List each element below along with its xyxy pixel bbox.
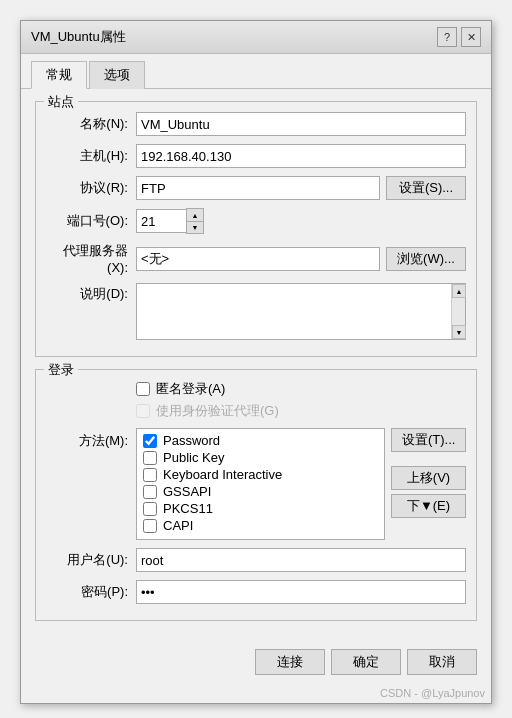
password-field-wrap <box>136 580 466 604</box>
method-publickey-label: Public Key <box>163 450 224 465</box>
host-label: 主机(H): <box>46 147 136 165</box>
agent-label: 使用身份验证代理(G) <box>156 402 279 420</box>
method-capi-checkbox[interactable] <box>143 519 157 533</box>
method-gssapi-row: GSSAPI <box>143 484 378 499</box>
login-section: 登录 匿名登录(A) 使用身份验证代理(G) 方法(M): Passwor <box>35 369 477 621</box>
browse-button[interactable]: 浏览(W)... <box>386 247 466 271</box>
port-spin-buttons: ▲ ▼ <box>186 208 204 234</box>
ok-button[interactable]: 确定 <box>331 649 401 675</box>
protocol-label: 协议(R): <box>46 179 136 197</box>
tab-bar: 常规 选项 <box>21 54 491 89</box>
desc-label: 说明(D): <box>46 283 136 303</box>
method-list: Password Public Key Keyboard Interactive <box>136 428 385 540</box>
host-field-wrap <box>136 144 466 168</box>
proxy-select[interactable]: <无> <box>136 247 380 271</box>
desc-scroll-track <box>452 298 465 325</box>
cancel-button[interactable]: 取消 <box>407 649 477 675</box>
desc-scroll-up[interactable]: ▲ <box>452 284 466 298</box>
footer-buttons: 连接 确定 取消 <box>21 643 491 687</box>
port-input[interactable] <box>136 209 186 233</box>
method-publickey-checkbox[interactable] <box>143 451 157 465</box>
window-title: VM_Ubuntu属性 <box>31 28 126 46</box>
method-buttons: 设置(T)... 上移(V) 下▼(E) <box>391 428 466 518</box>
content-area: 站点 名称(N): 主机(H): 协议(R): <box>21 89 491 643</box>
method-publickey-row: Public Key <box>143 450 378 465</box>
proxy-select-wrap: <无> <box>136 247 380 271</box>
method-label: 方法(M): <box>46 428 136 450</box>
username-input[interactable] <box>136 548 466 572</box>
anon-label: 匿名登录(A) <box>156 380 225 398</box>
station-section: 站点 名称(N): 主机(H): 协议(R): <box>35 101 477 357</box>
desc-textarea[interactable] <box>137 284 451 339</box>
desc-field-wrap: ▲ ▼ <box>136 283 466 340</box>
method-password-row: Password <box>143 433 378 448</box>
tab-general[interactable]: 常规 <box>31 61 87 89</box>
method-up-button[interactable]: 上移(V) <box>391 466 466 490</box>
method-gssapi-checkbox[interactable] <box>143 485 157 499</box>
protocol-select-wrap: FTP SFTP SCP FTPS <box>136 176 380 200</box>
desc-scroll-down[interactable]: ▼ <box>452 325 466 339</box>
desc-textarea-container: ▲ ▼ <box>136 283 466 340</box>
port-up-button[interactable]: ▲ <box>187 209 203 221</box>
host-input[interactable] <box>136 144 466 168</box>
anon-row: 匿名登录(A) <box>136 380 466 398</box>
method-keyboard-checkbox[interactable] <box>143 468 157 482</box>
tab-options[interactable]: 选项 <box>89 61 145 89</box>
method-password-label: Password <box>163 433 220 448</box>
method-capi-label: CAPI <box>163 518 193 533</box>
password-input[interactable] <box>136 580 466 604</box>
login-section-title: 登录 <box>44 361 78 379</box>
method-keyboard-label: Keyboard Interactive <box>163 467 282 482</box>
protocol-field-wrap: FTP SFTP SCP FTPS <box>136 176 380 200</box>
port-spin-wrap: ▲ ▼ <box>136 208 206 234</box>
agent-row: 使用身份验证代理(G) <box>136 402 466 420</box>
name-label: 名称(N): <box>46 115 136 133</box>
host-row: 主机(H): <box>46 144 466 168</box>
desc-row: 说明(D): ▲ ▼ <box>46 283 466 340</box>
username-row: 用户名(U): <box>46 548 466 572</box>
main-window: VM_Ubuntu属性 ? ✕ 常规 选项 站点 名称(N): 主机(H): <box>20 20 492 704</box>
help-button[interactable]: ? <box>437 27 457 47</box>
agent-checkbox <box>136 404 150 418</box>
method-pkcs11-label: PKCS11 <box>163 501 213 516</box>
method-keyboard-row: Keyboard Interactive <box>143 467 378 482</box>
port-row: 端口号(O): ▲ ▼ <box>46 208 466 234</box>
proxy-field-wrap: <无> <box>136 247 380 271</box>
watermark: CSDN - @LyaJpunov <box>21 687 491 703</box>
method-pkcs11-checkbox[interactable] <box>143 502 157 516</box>
password-label: 密码(P): <box>46 583 136 601</box>
name-input[interactable] <box>136 112 466 136</box>
name-row: 名称(N): <box>46 112 466 136</box>
method-down-button[interactable]: 下▼(E) <box>391 494 466 518</box>
method-row: 方法(M): Password Public Key K <box>46 428 466 540</box>
method-section: Password Public Key Keyboard Interactive <box>136 428 466 540</box>
method-settings-button[interactable]: 设置(T)... <box>391 428 466 452</box>
desc-scrollbar: ▲ ▼ <box>451 284 465 339</box>
anon-checkbox[interactable] <box>136 382 150 396</box>
title-bar: VM_Ubuntu属性 ? ✕ <box>21 21 491 54</box>
close-button[interactable]: ✕ <box>461 27 481 47</box>
proxy-label: 代理服务器(X): <box>46 242 136 275</box>
method-pkcs11-row: PKCS11 <box>143 501 378 516</box>
protocol-settings-button[interactable]: 设置(S)... <box>386 176 466 200</box>
method-password-checkbox[interactable] <box>143 434 157 448</box>
method-gssapi-label: GSSAPI <box>163 484 211 499</box>
station-section-title: 站点 <box>44 93 78 111</box>
proxy-row: 代理服务器(X): <无> 浏览(W)... <box>46 242 466 275</box>
username-field-wrap <box>136 548 466 572</box>
protocol-select[interactable]: FTP SFTP SCP FTPS <box>136 176 380 200</box>
method-capi-row: CAPI <box>143 518 378 533</box>
username-label: 用户名(U): <box>46 551 136 569</box>
title-controls: ? ✕ <box>437 27 481 47</box>
port-label: 端口号(O): <box>46 212 136 230</box>
name-field-wrap <box>136 112 466 136</box>
port-down-button[interactable]: ▼ <box>187 221 203 233</box>
protocol-row: 协议(R): FTP SFTP SCP FTPS 设置(S)... <box>46 176 466 200</box>
password-row: 密码(P): <box>46 580 466 604</box>
connect-button[interactable]: 连接 <box>255 649 325 675</box>
